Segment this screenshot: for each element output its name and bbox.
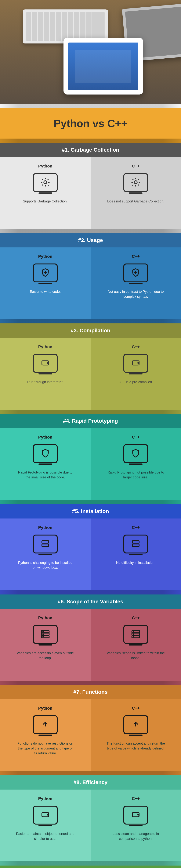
fold-divider [0, 590, 181, 594]
tablet-graphic [63, 38, 143, 94]
svg-point-25 [138, 814, 139, 815]
drive-icon [33, 806, 58, 825]
desc-b-7: The function can accept and return the t… [106, 741, 165, 751]
fold-divider [0, 771, 181, 775]
section-heading-4: #4. Rapid Prototyping [0, 414, 181, 428]
lang-b-label: C++ [132, 525, 140, 530]
lang-b-label: C++ [132, 164, 140, 168]
desc-a-7: Functions do not have restrictions on th… [16, 741, 75, 756]
comparison-row-6: Python Variables are accessible even out… [0, 609, 181, 681]
upload-drive-icon [123, 715, 148, 734]
lang-a-label: Python [38, 164, 52, 168]
lang-a-label: Python [38, 796, 52, 801]
drive-icon [123, 354, 148, 373]
lang-a-label: Python [38, 254, 52, 259]
lang-a-label: Python [38, 525, 52, 530]
desc-a-3: Run through interpreter. [27, 379, 63, 384]
fold-divider [0, 229, 181, 233]
fold-divider [0, 319, 181, 323]
lang-b-label: C++ [132, 435, 140, 440]
server-icon [33, 625, 58, 644]
svg-point-21 [133, 637, 134, 637]
comparison-row-3: Python Run through interpreter. C++ C++ … [0, 338, 181, 410]
svg-point-0 [44, 181, 47, 184]
svg-rect-9 [132, 544, 139, 547]
drive-icon [123, 806, 148, 825]
drive-icon [33, 354, 58, 373]
svg-rect-8 [132, 540, 139, 543]
section-heading-9: #9. Nature [0, 866, 181, 868]
gear-drive-icon [123, 173, 148, 192]
svg-point-14 [43, 634, 44, 634]
desc-a-2: Easier to write code. [30, 289, 61, 294]
stacked-drive-icon [33, 534, 58, 554]
fold-divider [0, 104, 181, 108]
desc-b-3: C++ is a pre-compiled. [119, 379, 153, 384]
desc-b-6: Variables' scope is limited to within th… [106, 651, 165, 660]
desc-b-4: Rapid Prototyping not possible due to la… [106, 470, 165, 480]
fold-divider [0, 681, 181, 685]
section-heading-2: #2. Usage [0, 233, 181, 247]
upload-drive-icon [33, 715, 58, 734]
fold-divider [0, 500, 181, 504]
lang-a-label: Python [38, 344, 52, 349]
lang-b-label: C++ [132, 796, 140, 801]
shield-drive-icon [123, 444, 148, 463]
page-title: Python vs C++ [4, 117, 177, 129]
section-heading-1: #1. Garbage Collection [0, 143, 181, 157]
shield-drive-icon [33, 264, 58, 282]
shield-drive-icon [123, 264, 148, 282]
lang-b-label: C++ [132, 616, 140, 620]
fold-divider [0, 410, 181, 414]
server-icon [123, 625, 148, 644]
svg-point-5 [138, 362, 139, 363]
lang-a-label: Python [38, 616, 52, 620]
hero-image [0, 0, 181, 104]
fold-divider [0, 861, 181, 866]
section-heading-7: #7. Functions [0, 685, 181, 699]
lang-a-label: Python [38, 706, 52, 711]
desc-b-5: No difficulty in installation. [116, 560, 155, 565]
comparison-row-1: Python Supports Garbage Collection. C++ … [0, 157, 181, 229]
desc-a-4: Rapid Prototyping is possible due to the… [16, 470, 75, 480]
svg-point-20 [133, 634, 134, 634]
svg-rect-6 [42, 540, 49, 543]
desc-a-1: Supports Garbage Collection. [23, 199, 68, 204]
comparison-row-2: Python Easier to write code. C++ Not eas… [0, 247, 181, 319]
comparison-row-8: Python Easier to maintain, object-orient… [0, 789, 181, 861]
svg-rect-7 [42, 544, 49, 547]
desc-b-2: Not easy in contrast to Python due to co… [106, 289, 165, 299]
svg-point-15 [43, 637, 44, 637]
lang-b-label: C++ [132, 344, 140, 349]
section-heading-5: #5. Installation [0, 504, 181, 519]
desc-a-6: Variables are accessible even outside th… [16, 651, 75, 660]
section-heading-8: #8. Efficiency [0, 775, 181, 789]
svg-point-3 [47, 362, 48, 363]
shield-drive-icon [33, 444, 58, 463]
comparison-row-7: Python Functions do not have restriction… [0, 699, 181, 771]
fold-divider [0, 138, 181, 143]
svg-point-19 [133, 631, 134, 632]
section-heading-6: #6. Scope of the Variables [0, 594, 181, 609]
lang-b-label: C++ [132, 254, 140, 259]
desc-a-8: Easier to maintain, object-oriented and … [16, 831, 75, 841]
svg-point-23 [47, 814, 48, 815]
title-band: Python vs C++ [0, 108, 181, 138]
lang-a-label: Python [38, 435, 52, 440]
svg-point-1 [134, 181, 137, 184]
lang-b-label: C++ [132, 706, 140, 711]
desc-b-8: Less clean and manageable in comparison … [106, 831, 165, 841]
stacked-drive-icon [123, 534, 148, 554]
section-heading-3: #3. Compilation [0, 323, 181, 338]
desc-a-5: Python is challenging to be installed on… [16, 560, 75, 570]
comparison-row-5: Python Python is challenging to be insta… [0, 519, 181, 590]
desc-b-1: Does not support Garbage Collection. [107, 199, 164, 204]
svg-point-13 [43, 631, 44, 632]
gear-drive-icon [33, 173, 58, 192]
comparison-row-4: Python Rapid Prototyping is possible due… [0, 428, 181, 500]
